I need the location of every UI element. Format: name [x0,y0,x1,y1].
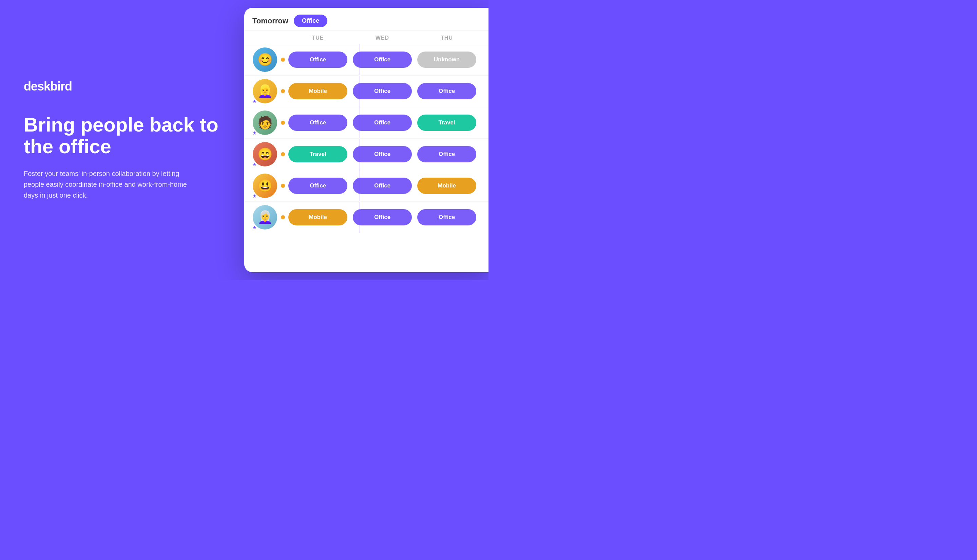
star-badge: ★ [252,225,257,230]
status-pill-thu[interactable]: Travel [417,115,476,131]
table-row: 😊 Office Office Unknown [244,44,489,76]
table-row: 😃 ★ Office Office Mobile [244,170,489,202]
avatar-cell: 😃 ★ [250,173,280,198]
schedule-grid: 😊 Office Office Unknown 👱‍♀️ ★ Mobile [244,44,489,272]
avatar-cell: 😊 [250,47,280,72]
avatar-cell: 🧑 ★ [250,110,280,135]
dot-indicator [281,152,285,156]
status-pill-thu[interactable]: Unknown [417,52,476,68]
star-badge: ★ [252,130,257,136]
avatar: 😊 [253,47,277,72]
status-pill-wed[interactable]: Office [353,178,412,194]
status-pill-tue[interactable]: Mobile [288,83,347,99]
dot-indicator [281,121,285,125]
status-pill-tue[interactable]: Mobile [288,209,347,225]
col-thu: THU [414,35,479,41]
description: Foster your teams' in-person collaborati… [24,168,200,201]
right-panel: Tomorrow Office TUE WED THU 😊 Office [244,0,489,280]
status-pill-tue[interactable]: Travel [288,146,347,162]
app-card: Tomorrow Office TUE WED THU 😊 Office [244,8,489,272]
headline: Bring people back to the office [24,114,220,157]
status-pill-tue[interactable]: Office [288,178,347,194]
table-row: 🧑 ★ Office Office Travel [244,107,489,138]
dot-indicator [281,89,285,93]
status-pill-thu[interactable]: Mobile [417,178,476,194]
avatar-cell: 😄 ★ [250,142,280,167]
card-header: Tomorrow Office [244,8,489,31]
table-row: 👩‍🦳 ★ Mobile Office Office [244,202,489,233]
col-wed: WED [350,35,414,41]
status-pill-thu[interactable]: Office [417,209,476,225]
avatar-cell: 👩‍🦳 ★ [250,205,280,230]
tab-tomorrow[interactable]: Tomorrow [252,17,288,25]
star-badge: ★ [252,162,257,167]
status-pill-wed[interactable]: Office [353,115,412,131]
avatar-cell: 👱‍♀️ ★ [250,79,280,103]
star-badge: ★ [252,98,257,104]
left-panel: deskbird Bring people back to the office… [0,0,244,280]
status-pill-tue[interactable]: Office [288,52,347,68]
logo: deskbird [24,79,220,93]
status-pill-wed[interactable]: Office [353,52,412,68]
dot-indicator [281,58,285,62]
table-row: 👱‍♀️ ★ Mobile Office Office [244,76,489,107]
status-pill-wed[interactable]: Office [353,209,412,225]
logo-text: deskbird [24,79,72,93]
status-pill-wed[interactable]: Office [353,83,412,99]
star-badge: ★ [252,193,257,198]
dot-indicator [281,215,285,219]
column-headers: TUE WED THU [244,31,489,44]
status-pill-tue[interactable]: Office [288,115,347,131]
col-tue: TUE [286,35,350,41]
status-pill-thu[interactable]: Office [417,146,476,162]
dot-indicator [281,184,285,188]
table-row: 😄 ★ Travel Office Office [244,138,489,170]
status-pill-thu[interactable]: Office [417,83,476,99]
status-pill-wed[interactable]: Office [353,146,412,162]
tab-office[interactable]: Office [294,15,327,27]
